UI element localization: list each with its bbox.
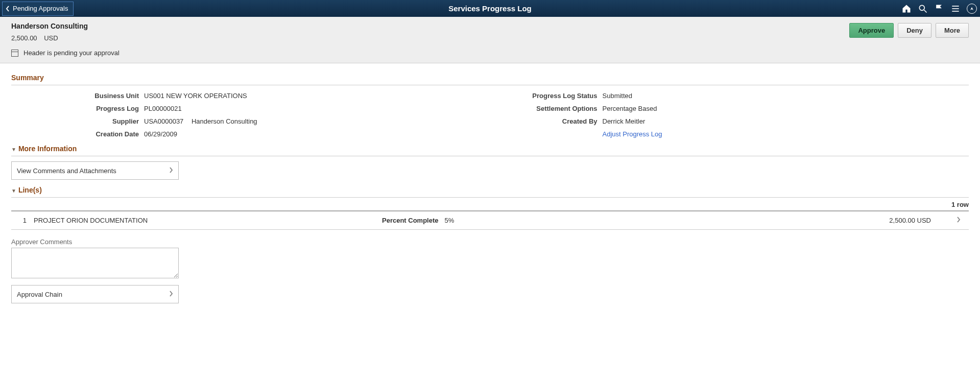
table-row[interactable]: 1 PROJECT ORION DOCUMENTATION Percent Co… (11, 211, 969, 229)
line-number: 1 (13, 217, 34, 224)
deny-button[interactable]: Deny (898, 23, 931, 38)
line-description: PROJECT ORION DOCUMENTATION (34, 217, 382, 224)
lines-title-text: Line(s) (18, 186, 42, 194)
supplier-id: USA0000037 (144, 117, 183, 125)
content: Summary Business Unit US001 NEW YORK OPE… (0, 63, 980, 321)
lines-section-title[interactable]: ▼Line(s) (11, 182, 969, 198)
settlement-label: Settlement Options (490, 105, 603, 112)
status-message: Header is pending your approval (23, 49, 119, 57)
header-block: Handerson Consulting 2,500.00 USD Approv… (0, 17, 980, 63)
summary-section-title: Summary (11, 69, 969, 85)
percent-complete-value: 5% (445, 217, 496, 224)
chevron-left-icon (6, 6, 10, 12)
more-info-title-text: More Information (18, 145, 77, 153)
top-bar: Pending Approvals Services Progress Log (0, 0, 980, 17)
business-unit-label: Business Unit (11, 92, 144, 100)
top-icons-group (898, 0, 980, 17)
progress-log-label: Progress Log (11, 105, 144, 112)
lines-table: 1 PROJECT ORION DOCUMENTATION Percent Co… (11, 210, 969, 230)
status-value: Submitted (603, 92, 633, 100)
flag-icon[interactable] (931, 0, 947, 17)
page-title: Services Progress Log (448, 4, 532, 13)
compass-icon[interactable] (964, 0, 980, 17)
company-name: Handerson Consulting (11, 22, 849, 30)
more-info-section-title[interactable]: ▼More Information (11, 140, 969, 156)
more-button[interactable]: More (936, 23, 969, 38)
progress-log-value: PL00000021 (144, 105, 182, 112)
settlement-value: Percentage Based (603, 105, 657, 112)
creation-date-value: 06/29/2009 (144, 130, 177, 138)
supplier-name: Handerson Consulting (192, 117, 257, 125)
view-comments-attachments[interactable]: View Comments and Attachments (11, 161, 179, 180)
chevron-right-icon[interactable] (957, 217, 967, 224)
supplier-value: USA0000037 Handerson Consulting (144, 117, 257, 125)
approver-comments-label: Approver Comments (11, 238, 969, 246)
business-unit-value: US001 NEW YORK OPERATIONS (144, 92, 247, 100)
approver-comments-input[interactable] (11, 248, 179, 278)
chevron-right-icon (169, 291, 173, 298)
approval-chain-label: Approval Chain (17, 291, 62, 298)
summary-grid: Business Unit US001 NEW YORK OPERATIONS … (11, 85, 969, 140)
back-button-label: Pending Approvals (13, 5, 68, 12)
percent-complete-label: Percent Complete (382, 217, 445, 224)
status-label: Progress Log Status (490, 92, 603, 100)
chevron-right-icon (169, 167, 173, 175)
supplier-label: Supplier (11, 117, 144, 125)
menu-icon[interactable] (947, 0, 964, 17)
collapse-arrow-icon: ▼ (11, 147, 16, 152)
created-by-value: Derrick Meitler (603, 117, 646, 125)
collapse-arrow-icon: ▼ (11, 188, 16, 194)
amount-value: 2,500.00 (11, 34, 37, 42)
approve-button[interactable]: Approve (849, 23, 894, 38)
row-count: 1 row (11, 201, 969, 208)
adjust-progress-log-link[interactable]: Adjust Progress Log (603, 130, 662, 138)
header-amount: 2,500.00 USD (11, 34, 849, 42)
approval-chain[interactable]: Approval Chain (11, 285, 179, 303)
created-by-label: Created By (490, 117, 603, 125)
amount-currency: USD (44, 34, 58, 42)
search-icon[interactable] (915, 0, 931, 17)
back-button[interactable]: Pending Approvals (2, 2, 74, 16)
svg-line-1 (924, 10, 927, 12)
home-icon[interactable] (898, 0, 915, 17)
view-comments-label: View Comments and Attachments (17, 167, 116, 175)
creation-date-label: Creation Date (11, 130, 144, 138)
document-icon (11, 50, 18, 57)
svg-point-0 (919, 5, 924, 10)
header-status: Header is pending your approval (11, 49, 969, 57)
line-amount: 2,500.00 USD (496, 217, 957, 224)
